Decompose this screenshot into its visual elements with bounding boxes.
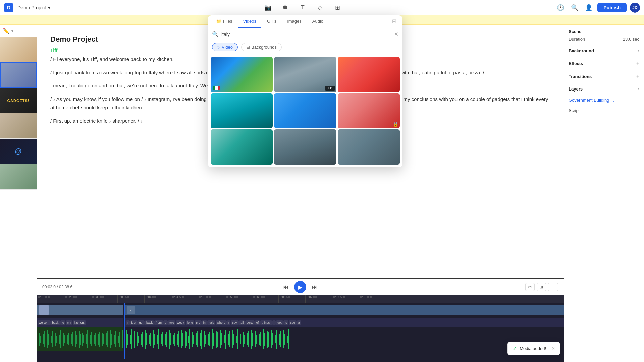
media-item[interactable] <box>274 129 336 164</box>
svg-rect-137 <box>221 333 222 345</box>
layer-item-script[interactable]: Script <box>564 105 644 116</box>
tab-images[interactable]: Images <box>282 15 306 28</box>
duration-value: 13.6 sec <box>623 37 639 42</box>
svg-rect-133 <box>216 331 217 348</box>
svg-rect-178 <box>276 330 277 349</box>
clip-item[interactable] <box>0 164 37 190</box>
media-item[interactable] <box>338 129 400 164</box>
play-button[interactable]: ▶ <box>294 281 306 293</box>
timeline-adjust-button[interactable]: ⊞ <box>537 283 546 291</box>
search-icon[interactable]: 🔍 <box>569 2 580 13</box>
layers-header[interactable]: Layers › <box>564 83 644 95</box>
search-input[interactable] <box>221 32 391 37</box>
caption-word: I <box>126 320 130 325</box>
skip-back-button[interactable]: ⏮ <box>281 282 290 292</box>
clip-item[interactable]: GADGETS! <box>0 88 37 113</box>
skip-forward-button[interactable]: ⏭ <box>310 282 319 292</box>
ruler-mark: 0:03.500 <box>117 295 144 303</box>
svg-rect-165 <box>259 334 260 345</box>
elements-tool-btn[interactable]: ⊞ <box>332 2 343 13</box>
media-item[interactable] <box>274 93 336 128</box>
project-name-area[interactable]: Demo Project ▾ <box>17 5 50 10</box>
timeline: 00:03.0 / 02:38.6 ⏮ ▶ ⏭ ✂ ⊞ ⋯ 0:02.000 0… <box>37 278 564 362</box>
videos-tab-label: Videos <box>243 19 256 24</box>
toast-message: Media added! <box>520 346 546 351</box>
app-logo[interactable]: D <box>4 3 13 12</box>
chevron-down-icon[interactable]: ▾ <box>11 28 13 33</box>
filter-backgrounds-button[interactable]: ⊟ Backgrounds <box>241 43 282 51</box>
playhead[interactable] <box>124 303 125 359</box>
svg-rect-65 <box>125 334 125 344</box>
clip-item[interactable] <box>0 62 37 88</box>
caption-word: my <box>66 320 72 325</box>
history-icon[interactable]: 🕐 <box>555 2 566 13</box>
svg-rect-37 <box>86 334 87 344</box>
video-clip[interactable]: 2 <box>125 305 564 315</box>
clip-edit-bar: ✏️ ▾ <box>0 25 37 37</box>
tab-audio[interactable]: Audio <box>308 15 328 28</box>
timeline-cut-button[interactable]: ✂ <box>525 283 535 291</box>
publish-button[interactable]: Publish <box>597 3 627 12</box>
media-item[interactable]: 🔒 <box>338 93 400 128</box>
user-icon[interactable]: 👤 <box>583 2 594 13</box>
record-tool-btn[interactable]: ⏺ <box>280 2 291 13</box>
lock-icon: 🔒 <box>393 121 398 127</box>
gifs-tab-label: GIFs <box>267 19 276 24</box>
camera-tool-btn[interactable]: 📷 <box>263 2 273 13</box>
svg-rect-104 <box>177 334 178 345</box>
svg-rect-148 <box>236 336 237 343</box>
svg-rect-10 <box>50 332 50 346</box>
project-name-label: Demo Project <box>17 5 46 10</box>
svg-rect-106 <box>180 335 180 344</box>
time-display: 00:03.0 / 02:38.6 <box>42 285 72 289</box>
modal-close-button[interactable]: ⊟ <box>389 15 399 28</box>
svg-rect-22 <box>66 331 66 347</box>
svg-rect-74 <box>137 332 138 346</box>
audio-waveform <box>37 327 564 351</box>
clip-item[interactable] <box>0 37 37 62</box>
svg-rect-144 <box>231 335 231 344</box>
svg-rect-122 <box>201 330 202 349</box>
toast-close-button[interactable]: ✕ <box>551 346 555 351</box>
effects-header[interactable]: Effects + <box>564 57 644 70</box>
shapes-tool-btn[interactable]: ◇ <box>315 2 326 13</box>
svg-rect-41 <box>91 332 92 346</box>
avatar[interactable]: JD <box>630 3 640 13</box>
background-header[interactable]: Background › <box>564 45 644 57</box>
svg-rect-176 <box>274 331 274 347</box>
svg-rect-54 <box>109 335 109 344</box>
caption-word: from <box>154 320 163 325</box>
svg-rect-86 <box>153 330 154 348</box>
svg-rect-163 <box>256 335 257 344</box>
media-item[interactable] <box>211 129 273 164</box>
add-effect-icon[interactable]: + <box>636 60 639 66</box>
clip-thumbnail: @ <box>0 139 37 164</box>
edit-icon[interactable]: ✏️ <box>3 27 9 34</box>
tab-files[interactable]: 📁 Files <box>211 15 237 28</box>
transitions-header[interactable]: Transitions + <box>564 70 644 83</box>
svg-rect-100 <box>172 331 172 347</box>
images-tab-label: Images <box>287 19 302 24</box>
media-item[interactable] <box>211 93 273 128</box>
audio-track <box>37 327 564 351</box>
media-item[interactable] <box>338 57 400 92</box>
tab-videos[interactable]: Videos <box>238 15 261 28</box>
clip-item[interactable] <box>0 113 37 139</box>
svg-rect-69 <box>130 335 131 344</box>
svg-rect-60 <box>117 333 117 346</box>
text-tool-btn[interactable]: T <box>298 2 308 13</box>
media-filter-row: ▷ Video ⊟ Backgrounds <box>208 40 402 54</box>
clip-item[interactable]: @ <box>0 139 37 164</box>
topbar: D Demo Project ▾ 📷 ⏺ T ◇ ⊞ 🕐 🔍 👤 Publish… <box>0 0 644 15</box>
svg-rect-76 <box>140 330 140 348</box>
add-transition-icon[interactable]: + <box>636 73 639 79</box>
tab-gifs[interactable]: GIFs <box>262 15 281 28</box>
layer-item-government-building[interactable]: Government Building ... <box>564 95 644 105</box>
video-clip[interactable] <box>37 305 123 315</box>
media-item[interactable]: 0:15 <box>274 57 336 92</box>
timeline-more-button[interactable]: ⋯ <box>548 283 558 291</box>
media-item[interactable] <box>211 57 273 92</box>
filter-video-button[interactable]: ▷ Video <box>212 43 238 51</box>
search-clear-button[interactable]: ✕ <box>394 31 398 37</box>
svg-rect-172 <box>268 332 269 347</box>
